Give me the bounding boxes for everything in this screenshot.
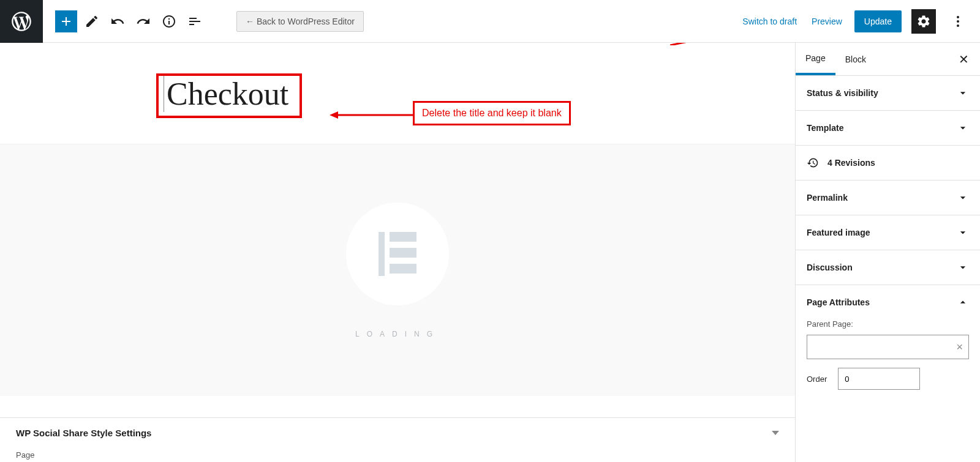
annotation-text: Delete the title and keep it blank [422,108,562,118]
meta-footer-text: Page [0,448,795,462]
panel-title: Featured image [807,228,870,237]
svg-marker-6 [330,111,338,119]
order-label: Order [807,374,827,384]
redo-icon [136,14,151,29]
plus-icon [59,14,74,29]
outline-button[interactable] [184,10,206,32]
chevron-down-icon [957,261,969,274]
loading-indicator [346,203,449,305]
panel-title: Template [807,123,843,133]
info-icon [162,14,176,29]
chevron-down-icon [957,122,969,134]
options-button[interactable] [946,9,970,34]
panel-title: Page Attributes [807,297,870,307]
panel-title: Status & visibility [807,88,878,98]
annotation-label: Delete the title and keep it blank [413,101,571,125]
close-icon: ✕ [959,53,969,66]
revisions-link[interactable]: 4 Revisions [796,146,980,181]
wordpress-icon [10,10,33,33]
panel-title: Discussion [807,263,853,272]
panel-title: Permalink [807,193,848,203]
order-input[interactable] [838,368,920,390]
switch-to-draft-button[interactable]: Switch to draft [740,13,799,30]
annotation-arrow-title [330,109,415,121]
chevron-down-icon [957,87,969,99]
pencil-icon [85,14,99,29]
clear-icon[interactable]: × [956,341,963,354]
panel-discussion[interactable]: Discussion [796,250,980,285]
panel-template[interactable]: Template [796,111,980,145]
loading-text: LOADING [355,330,440,338]
page-title-input[interactable]: Checkout [164,76,288,112]
edit-button[interactable] [81,10,103,32]
list-icon [187,14,202,29]
wordpress-logo[interactable] [0,0,43,43]
update-button[interactable]: Update [854,10,902,32]
parent-page-select[interactable] [807,335,969,359]
close-sidebar-button[interactable]: ✕ [948,46,980,73]
more-vertical-icon [951,14,965,29]
panel-permalink[interactable]: Permalink [796,181,980,215]
chevron-down-icon [957,192,969,204]
meta-box-title: WP Social Share Style Settings [16,428,151,438]
svg-line-3 [670,43,795,45]
annotation-arrow-update [670,43,795,45]
svg-point-2 [957,24,959,27]
svg-point-1 [957,20,959,23]
chevron-down-icon [957,226,969,239]
preview-button[interactable]: Preview [809,13,845,30]
gear-icon [916,14,931,29]
history-icon [807,157,819,169]
chevron-down-icon [772,431,779,435]
info-button[interactable] [158,10,180,32]
svg-point-0 [957,16,959,18]
panel-featured-image[interactable]: Featured image [796,215,980,250]
undo-button[interactable] [107,10,129,32]
tab-block[interactable]: Block [835,45,876,74]
parent-page-label: Parent Page: [807,319,969,329]
redo-button[interactable] [132,10,154,32]
elementor-icon [379,232,417,276]
meta-box-header[interactable]: WP Social Share Style Settings [0,418,795,448]
loading-area: LOADING [0,144,795,396]
panel-page-attributes[interactable]: Page Attributes [796,285,980,319]
chevron-up-icon [957,296,969,308]
back-to-wordpress-button[interactable]: ← Back to WordPress Editor [236,11,364,32]
undo-icon [110,14,125,29]
add-block-button[interactable] [55,10,77,32]
title-annotation-box: Checkout [156,73,302,118]
revisions-text: 4 Revisions [827,158,875,168]
panel-status-visibility[interactable]: Status & visibility [796,76,980,110]
tab-page[interactable]: Page [796,43,835,75]
settings-button[interactable] [911,9,936,34]
